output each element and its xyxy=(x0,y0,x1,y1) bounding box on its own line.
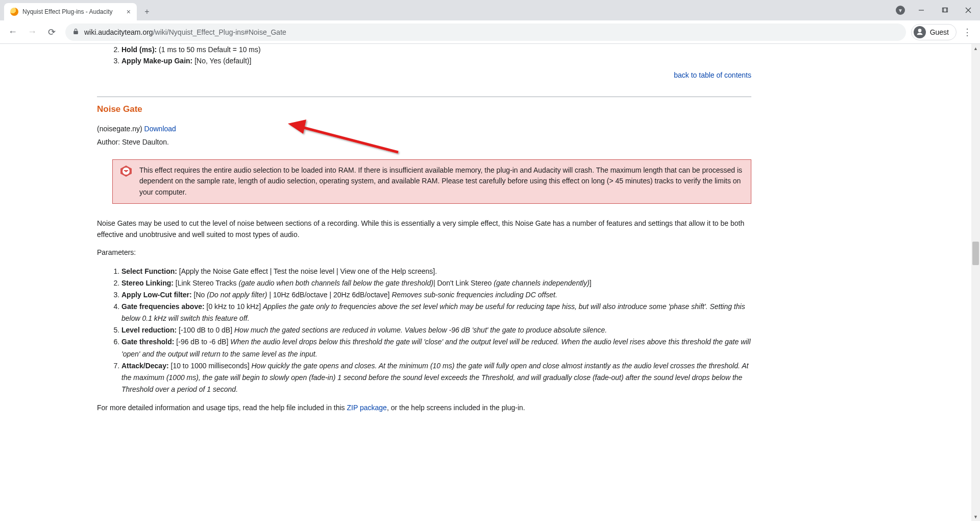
profile-label: Guest xyxy=(930,28,949,36)
section-divider xyxy=(97,97,751,97)
list-item: Gate frequencies above: [0 kHz to 10 kHz… xyxy=(121,301,751,324)
close-tab-icon[interactable]: × xyxy=(127,8,131,16)
list-item: Stereo Linking: [Link Stereo Tracks (gat… xyxy=(121,277,751,289)
svg-rect-2 xyxy=(944,8,948,12)
filename-text: (noisegate.ny) xyxy=(97,125,144,133)
reload-button[interactable]: ⟳ xyxy=(43,23,60,41)
scrollbar[interactable]: ▲ ▼ xyxy=(971,44,980,521)
warning-text: This effect requires the entire audio se… xyxy=(139,166,742,196)
window-controls: ▼ xyxy=(891,0,980,20)
parameter-list: Select Function: [Apply the Noise Gate e… xyxy=(97,266,751,395)
scroll-up-button[interactable]: ▲ xyxy=(971,44,980,53)
new-tab-button[interactable]: + xyxy=(140,5,154,19)
scroll-down-button[interactable]: ▼ xyxy=(971,512,980,521)
browser-toolbar: ← → ⟳ wiki.audacityteam.org/wiki/Nyquist… xyxy=(0,20,980,44)
toc-link-row: back to table of contents xyxy=(97,71,751,79)
back-button[interactable]: ← xyxy=(4,23,21,41)
list-item: Apply Make-up Gain: [No, Yes (default)] xyxy=(121,55,751,66)
list-item: Level reduction: [-100 dB to 0 dB] How m… xyxy=(121,324,751,336)
favicon-icon xyxy=(10,8,18,16)
tab-title: Nyquist Effect Plug-ins - Audacity xyxy=(22,8,122,15)
forward-button[interactable]: → xyxy=(23,23,41,41)
list-item: Apply Low-Cut filter: [No (Do not apply … xyxy=(121,289,751,301)
parameters-heading: Parameters: xyxy=(97,247,751,258)
profile-chip[interactable]: Guest xyxy=(911,24,957,40)
section-heading: Noise Gate xyxy=(97,104,751,114)
page-content: Hold (ms): (1 ms to 50 ms Default = 10 m… xyxy=(97,44,766,414)
intro-paragraph: Noise Gates may be used to cut the level… xyxy=(97,218,751,240)
minimize-button[interactable] xyxy=(910,0,933,20)
scrollbar-track[interactable] xyxy=(971,53,980,512)
warning-icon xyxy=(120,165,132,177)
author-text: Author: Steve Daulton. xyxy=(97,138,751,146)
maximize-button[interactable] xyxy=(933,0,957,20)
zip-package-link[interactable]: ZIP package xyxy=(347,404,387,412)
tab-strip: Nyquist Effect Plug-ins - Audacity × + ▼ xyxy=(0,0,980,20)
download-link[interactable]: Download xyxy=(144,125,176,133)
page-viewport: Hold (ms): (1 ms to 50 ms Default = 10 m… xyxy=(0,44,980,521)
url-text: wiki.audacityteam.org/wiki/Nyquist_Effec… xyxy=(84,28,286,36)
back-to-toc-link[interactable]: back to table of contents xyxy=(674,71,751,79)
footer-paragraph: For more detailed information and usage … xyxy=(97,402,751,414)
list-item: Attack/Decay: [10 to 1000 milliseconds] … xyxy=(121,360,751,395)
scrollbar-thumb[interactable] xyxy=(972,242,979,265)
profile-indicator-icon[interactable]: ▼ xyxy=(891,0,910,20)
list-item: Gate threshold: [-96 dB to -6 dB] When t… xyxy=(121,336,751,360)
close-window-button[interactable] xyxy=(957,0,980,20)
menu-button[interactable]: ⋮ xyxy=(959,23,976,41)
browser-tab[interactable]: Nyquist Effect Plug-ins - Audacity × xyxy=(4,3,137,20)
prev-parameter-list: Hold (ms): (1 ms to 50 ms Default = 10 m… xyxy=(97,44,751,67)
svg-marker-6 xyxy=(288,120,306,134)
file-row: (noisegate.ny) Download xyxy=(97,125,751,133)
list-item: Select Function: [Apply the Noise Gate e… xyxy=(121,266,751,277)
avatar-icon xyxy=(914,26,926,38)
svg-rect-1 xyxy=(943,8,947,12)
warning-box: This effect requires the entire audio se… xyxy=(112,159,751,204)
address-bar[interactable]: wiki.audacityteam.org/wiki/Nyquist_Effec… xyxy=(65,23,906,41)
list-item: Hold (ms): (1 ms to 50 ms Default = 10 m… xyxy=(121,44,751,55)
lock-icon xyxy=(72,28,79,36)
